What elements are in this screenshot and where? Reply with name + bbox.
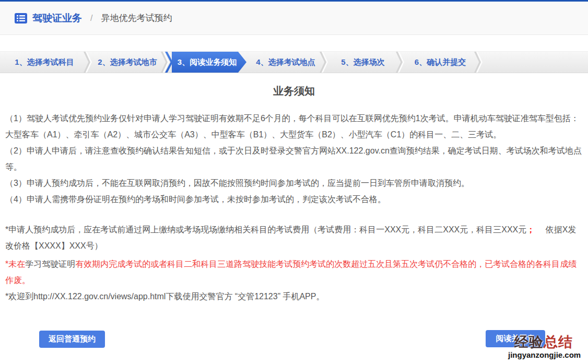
- notice-text-segment: ；: [526, 225, 535, 234]
- step-label: 4、选择考试地点: [256, 57, 315, 67]
- notice-extra-line: *欢迎到http://XX.122.gov.cn/views/app.html下…: [5, 288, 583, 304]
- step-item[interactable]: 4、选择考试地点: [246, 52, 325, 73]
- step-label: 6、确认并提交: [415, 57, 466, 67]
- notice-extra-lines: *申请人预约成功后，应在考试前通过网上缴纳或考场现场缴纳相关科目的考试费用（考试…: [5, 221, 583, 304]
- site-watermark: 经验总结 jingyanzongjie.com: [508, 335, 579, 359]
- watermark-text: 经验总结: [508, 335, 579, 349]
- step-label: 1、选择考试科目: [15, 57, 74, 67]
- notice-paragraph: （1）驾驶人考试优先预约业务仅针对申请人学习驾驶证明有效期不足6个月的，每个科目…: [5, 110, 583, 143]
- notice-text-segment: *未在: [5, 260, 25, 268]
- notice-text-segment: *申请人预约成功后，应在考试前通过网上缴纳或考场现场缴纳相关科目的考试费用（考试…: [5, 225, 526, 234]
- step-label: 2、选择考试地市: [98, 57, 157, 67]
- watermark-url: jingyanzongjie.com: [508, 351, 579, 359]
- notice-extra-line: *申请人预约成功后，应在考试前通过网上缴纳或考场现场缴纳相关科目的考试费用（考试…: [5, 221, 583, 254]
- notice-paragraphs: （1）驾驶人考试优先预约业务仅针对申请人学习驾驶证明有效期不足6个月的，每个科目…: [5, 110, 583, 207]
- breadcrumb-page-title: 异地优先考试预约: [101, 12, 172, 24]
- step-item[interactable]: 5、选择场次: [325, 52, 401, 73]
- step-item[interactable]: 1、选择考试科目: [0, 52, 89, 73]
- step-item[interactable]: 2、选择考试地市: [89, 52, 166, 73]
- notice-paragraph: （4）申请人需携带身份证明在预约的考场和时间参加考试，未按时参加考试的，判定该次…: [5, 191, 583, 207]
- notice-text-segment: 有效期内完成考试的或者科目二和科目三道路驾驶技能考试预约考试的次数超过五次且第五…: [5, 260, 577, 285]
- back-to-normal-booking-button[interactable]: 返回普通预约: [39, 331, 105, 348]
- list-icon: [15, 13, 27, 24]
- breadcrumb-separator: /: [90, 14, 92, 23]
- step-label: 5、选择场次: [341, 57, 384, 67]
- step-item[interactable]: 3、阅读业务须知: [166, 52, 246, 73]
- step-item[interactable]: 6、确认并提交: [401, 52, 479, 73]
- notice-content: （1）驾驶人考试优先预约业务仅针对申请人学习驾驶证明有效期不足6个月的，每个科目…: [0, 110, 588, 304]
- notice-extra-line: *未在学习驾驶证明有效期内完成考试的或者科目二和科目三道路驾驶技能考试预约考试的…: [5, 256, 583, 288]
- step-separator-chevron-icon: [474, 52, 481, 73]
- step-label: 3、阅读业务须知: [172, 52, 246, 73]
- step-wizard: 1、选择考试科目 2、选择考试地市 3、阅读业务须知 4、选择考试地点 5、选择…: [0, 51, 588, 73]
- breadcrumb-section[interactable]: 驾驶证业务: [32, 11, 82, 25]
- notice-title: 业务须知: [0, 84, 588, 98]
- notice-text-segment: *欢迎到http://XX.122.gov.cn/views/app.html下…: [5, 292, 324, 301]
- breadcrumb-header: 驾驶证业务 / 异地优先考试预约: [0, 2, 588, 35]
- notice-paragraph: （3）申请人预约成功后，不能在互联网取消预约，因故不能按照预约时间参加考试的，应…: [5, 175, 583, 191]
- notice-paragraph: （2）申请人申请后，请注意查收预约确认结果告知短信，或于次日及时登录交警官方网站…: [5, 143, 583, 175]
- notice-text-segment: 学习驾驶证明: [25, 260, 75, 268]
